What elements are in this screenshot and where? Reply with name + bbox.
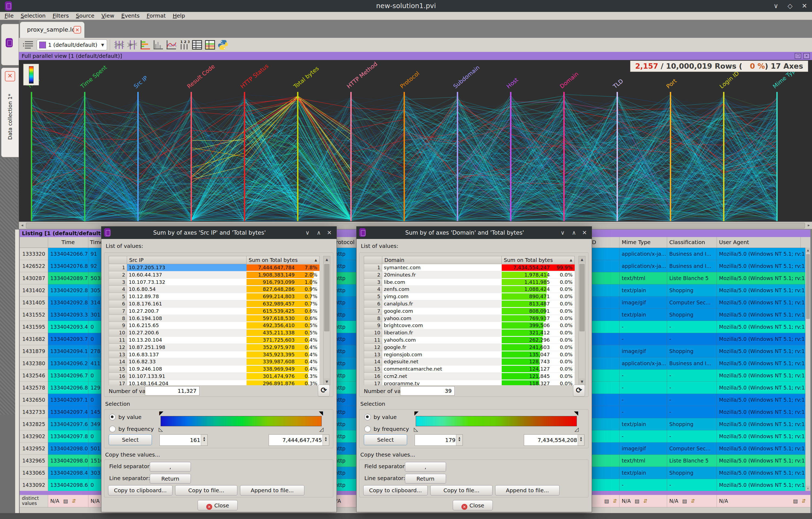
value-cell[interactable]: commentcamarche.net	[382, 366, 502, 373]
select-button[interactable]: Select	[109, 434, 152, 445]
value-cell[interactable]: 10.107.133.91	[127, 373, 246, 380]
protocol-cell[interactable]: http	[336, 455, 356, 467]
user-agent-cell[interactable]: Mozilla/5.0 (Windows NT 5.1; rv:11.0) Ge…	[717, 272, 806, 284]
classification-cell[interactable]: Shopping	[667, 467, 717, 479]
table-row[interactable]: --Mozilla/5.0 (Windows NT 5.1; rv:11.0) …	[591, 321, 810, 333]
time-cell[interactable]: 1334042098.602	[48, 479, 88, 491]
d-cell[interactable]	[591, 382, 619, 394]
value-cell[interactable]: 10.148.164.204	[127, 380, 246, 385]
user-agent-cell[interactable]: Mozilla/5.0 (Windows NT 5.1; rv:11.0) Ge…	[717, 248, 806, 260]
time-cell[interactable]: 1334042093.782	[48, 333, 88, 345]
sum-column-header[interactable]: Sum on Total bytes▲	[502, 256, 575, 264]
value-cell[interactable]: google.com	[382, 308, 502, 315]
value-cell[interactable]: symantec.com	[382, 264, 502, 271]
scrollbar-thumb[interactable]	[806, 254, 810, 319]
time-spent-cell[interactable]: 91	[88, 248, 103, 260]
sum-row[interactable]: 910.6.215.65492,356,4100.5%	[109, 322, 319, 329]
sum-row[interactable]: 13regionsjob.com135,0470.0%	[364, 351, 575, 358]
d-cell[interactable]	[591, 467, 619, 479]
value-cell[interactable]: 10.27.200.7	[127, 308, 246, 315]
row-number-header[interactable]	[20, 237, 48, 248]
axis-tld[interactable]	[616, 92, 618, 221]
scroll-left-icon[interactable]: ◂	[19, 222, 25, 229]
user-agent-cell[interactable]: Mozilla/5.0 (Windows NT 5.1; rv:11.0) Ge…	[717, 442, 806, 455]
time-cell[interactable]: 1334042096.834	[48, 382, 88, 394]
table-row[interactable]: 14330651334042098.475303	[20, 467, 103, 479]
list-icon[interactable]: ▤	[63, 498, 68, 504]
colored-table-view-button[interactable]	[204, 39, 216, 51]
value-cell[interactable]: 10.27.200.6	[127, 329, 246, 337]
select-button[interactable]: Select	[364, 434, 407, 445]
gradient-min-marker-bottom[interactable]: ◺	[414, 427, 418, 432]
mime-cell[interactable]: -	[619, 382, 667, 394]
scroll-up-icon[interactable]: ▲	[324, 256, 330, 263]
table-row[interactable]: http	[336, 309, 356, 321]
protocol-cell[interactable]: http	[336, 357, 356, 370]
d-cell[interactable]	[591, 345, 619, 357]
table-row[interactable]: 14316821334042093.7820	[20, 333, 103, 345]
table-row[interactable]: 14329651334042098.0951510	[20, 455, 103, 467]
protocol-cell[interactable]: http	[336, 467, 356, 479]
classification-cell[interactable]: Shopping	[667, 284, 717, 296]
row-number-cell[interactable]: 1431405	[20, 296, 48, 309]
titlebar[interactable]: new-solution1.pvi ∨ ◇ ✕	[0, 0, 812, 12]
sum-row[interactable]: 710.27.200.7615,539,4250.6%	[109, 308, 319, 315]
d-cell[interactable]	[591, 357, 619, 370]
mime-cell[interactable]: application/x-ja...	[619, 357, 667, 370]
table-row[interactable]: http	[336, 321, 356, 333]
spin-arrows-icon[interactable]: ▲▼	[201, 435, 207, 445]
mime-cell[interactable]: -	[619, 321, 667, 333]
field-separator-button[interactable]: ,	[150, 462, 191, 472]
table-row[interactable]: http	[336, 296, 356, 309]
table-row[interactable]: 14330921334042098.6020	[20, 479, 103, 491]
value-cell[interactable]: 10.6.82.33	[127, 358, 246, 366]
close-icon[interactable]: ✕	[802, 2, 807, 10]
sum-row[interactable]: 810.6.194.108597,618,5300.6%	[109, 315, 319, 322]
sum-row[interactable]: 9brightcove.com399,5060.0%	[364, 322, 575, 329]
sum-row[interactable]: 1symantec.com7,434,554,24799.9%	[364, 264, 575, 271]
gradient-max-marker-bottom[interactable]: ◿	[319, 427, 324, 432]
value-cell[interactable]: yahoofs.com	[382, 337, 502, 344]
distinct-mime-cell[interactable]: N/A▤⇵	[619, 495, 667, 507]
classification-cell[interactable]: -	[667, 479, 717, 491]
copy-to-clipboard-button[interactable]: Copy to clipboard...	[108, 485, 172, 495]
row-number-cell[interactable]: 1433065	[20, 467, 48, 479]
time-spent-cell[interactable]: 501	[88, 442, 103, 455]
value-cell[interactable]: 10.60.44.137	[127, 271, 246, 279]
value-cell[interactable]: yahoo.com	[382, 315, 502, 322]
user-agent-cell[interactable]: Mozilla/5.0 (Windows NT 5.1; rv:11.0) Ge…	[717, 309, 806, 321]
menu-selection[interactable]: Selection	[17, 12, 49, 20]
table-row[interactable]: text/plainShoppingMozilla/5.0 (Windows N…	[591, 284, 810, 296]
scroll-down-icon[interactable]: ▼	[324, 378, 330, 385]
gradient-max-marker[interactable]: ◥	[574, 410, 578, 416]
value-cell[interactable]: programme.tv	[382, 380, 502, 385]
append-to-file-button[interactable]: Append to file...	[495, 485, 559, 495]
axis-src-ip[interactable]	[137, 92, 139, 221]
classification-cell[interactable]: Business and I...	[667, 248, 717, 260]
refresh-icon[interactable]: ⇵	[613, 498, 617, 504]
scroll-up-icon[interactable]: ▲	[579, 256, 585, 263]
row-number-cell[interactable]: 1432578	[20, 382, 48, 394]
dialog-list-scrollbar[interactable]: ▲ ▼	[323, 256, 330, 385]
table-row[interactable]: 14329521334042098.032501	[20, 442, 103, 455]
listing-vertical-scrollbar[interactable]: ▲ ∨	[805, 248, 810, 491]
spin-arrows-icon[interactable]: ▲▼	[456, 435, 463, 445]
table-row[interactable]: http	[336, 430, 356, 442]
classification-cell[interactable]: Liste Blanche 5	[667, 272, 717, 284]
classification-cell[interactable]: -	[667, 394, 717, 406]
table-row[interactable]: text/plainShoppingMozilla/5.0 (Windows N…	[591, 418, 810, 430]
value-cell[interactable]: google.fr	[382, 344, 502, 351]
value-column-header[interactable]: Domain	[382, 256, 502, 264]
min-value-spinbox[interactable]: 161▲▼	[160, 434, 208, 446]
sum-row[interactable]: 11yahoofs.com262,2960.0%	[364, 337, 575, 344]
refresh-button[interactable]: ⟳	[318, 385, 330, 397]
row-number-cell[interactable]: 1432902	[20, 430, 48, 442]
time-spent-cell[interactable]: 303	[88, 467, 103, 479]
distinct-protocol-cell[interactable]: N/A	[336, 495, 356, 507]
time-cell[interactable]: 1334042076.881	[48, 260, 88, 272]
d-cell[interactable]	[591, 272, 619, 284]
sum-row[interactable]: 1010.27.200.6435,211,3380.5%	[109, 329, 319, 337]
d-cell[interactable]	[591, 370, 619, 382]
table-row[interactable]: 14265221334042076.88192	[20, 260, 103, 272]
zoomed-view-button[interactable]	[126, 39, 139, 51]
